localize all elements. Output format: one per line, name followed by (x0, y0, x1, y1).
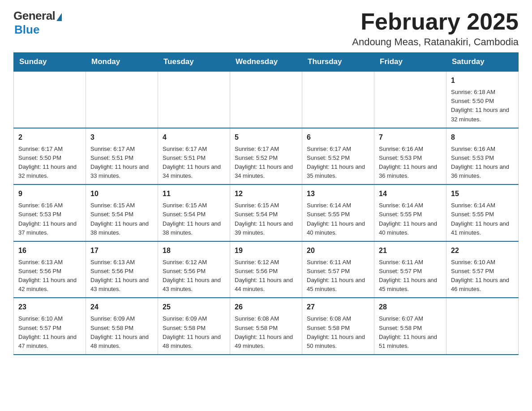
calendar-week-row: 1Sunrise: 6:18 AM Sunset: 5:50 PM Daylig… (14, 71, 519, 128)
day-number: 7 (379, 132, 442, 143)
calendar-cell: 8Sunrise: 6:16 AM Sunset: 5:53 PM Daylig… (446, 128, 519, 185)
calendar-cell: 19Sunrise: 6:12 AM Sunset: 5:56 PM Dayli… (230, 241, 302, 298)
calendar-cell: 5Sunrise: 6:17 AM Sunset: 5:52 PM Daylig… (230, 128, 302, 185)
day-info: Sunrise: 6:14 AM Sunset: 5:55 PM Dayligh… (451, 201, 514, 237)
month-title: February 2025 (352, 9, 519, 34)
day-number: 10 (90, 188, 153, 199)
calendar-cell (374, 71, 446, 128)
calendar-cell: 25Sunrise: 6:09 AM Sunset: 5:58 PM Dayli… (158, 298, 230, 355)
day-number: 8 (451, 132, 514, 143)
logo-triangle-icon (56, 13, 62, 21)
day-number: 22 (451, 245, 514, 256)
day-number: 11 (163, 188, 225, 199)
calendar-cell: 3Sunrise: 6:17 AM Sunset: 5:51 PM Daylig… (86, 128, 158, 185)
day-number: 9 (18, 188, 81, 199)
day-number: 3 (90, 132, 153, 143)
calendar-cell: 10Sunrise: 6:15 AM Sunset: 5:54 PM Dayli… (86, 184, 158, 241)
calendar-cell: 11Sunrise: 6:15 AM Sunset: 5:54 PM Dayli… (158, 184, 230, 241)
calendar-cell: 20Sunrise: 6:11 AM Sunset: 5:57 PM Dayli… (302, 241, 374, 298)
day-info: Sunrise: 6:11 AM Sunset: 5:57 PM Dayligh… (379, 258, 442, 294)
day-info: Sunrise: 6:09 AM Sunset: 5:58 PM Dayligh… (163, 314, 225, 351)
weekday-header-row: SundayMondayTuesdayWednesdayThursdayFrid… (14, 53, 519, 72)
calendar-cell (446, 298, 519, 355)
title-area: February 2025 Andoung Meas, Ratanakiri, … (352, 9, 519, 48)
day-info: Sunrise: 6:13 AM Sunset: 5:56 PM Dayligh… (90, 258, 153, 294)
calendar-cell: 12Sunrise: 6:15 AM Sunset: 5:54 PM Dayli… (230, 184, 302, 241)
calendar-cell: 15Sunrise: 6:14 AM Sunset: 5:55 PM Dayli… (446, 184, 519, 241)
calendar-cell: 22Sunrise: 6:10 AM Sunset: 5:57 PM Dayli… (446, 241, 519, 298)
day-info: Sunrise: 6:07 AM Sunset: 5:58 PM Dayligh… (379, 314, 442, 351)
calendar-cell: 28Sunrise: 6:07 AM Sunset: 5:58 PM Dayli… (374, 298, 446, 355)
weekday-header-sunday: Sunday (14, 53, 86, 72)
day-number: 24 (90, 302, 153, 313)
weekday-header-wednesday: Wednesday (230, 53, 302, 72)
day-info: Sunrise: 6:09 AM Sunset: 5:58 PM Dayligh… (90, 314, 153, 351)
day-number: 25 (163, 302, 225, 313)
weekday-header-saturday: Saturday (446, 53, 519, 72)
day-number: 18 (163, 245, 225, 256)
calendar-cell: 27Sunrise: 6:08 AM Sunset: 5:58 PM Dayli… (302, 298, 374, 355)
day-number: 12 (235, 188, 297, 199)
day-info: Sunrise: 6:16 AM Sunset: 5:53 PM Dayligh… (379, 145, 442, 181)
day-number: 15 (451, 188, 514, 199)
day-info: Sunrise: 6:08 AM Sunset: 5:58 PM Dayligh… (307, 314, 369, 351)
day-info: Sunrise: 6:15 AM Sunset: 5:54 PM Dayligh… (163, 201, 225, 237)
calendar-cell: 16Sunrise: 6:13 AM Sunset: 5:56 PM Dayli… (14, 241, 86, 298)
calendar-cell (230, 71, 302, 128)
day-number: 17 (90, 245, 153, 256)
day-info: Sunrise: 6:17 AM Sunset: 5:51 PM Dayligh… (90, 145, 153, 181)
logo-blue-text: Blue (14, 23, 39, 37)
day-info: Sunrise: 6:17 AM Sunset: 5:50 PM Dayligh… (18, 145, 81, 181)
day-number: 4 (163, 132, 225, 143)
day-number: 23 (18, 302, 81, 313)
weekday-header-thursday: Thursday (302, 53, 374, 72)
day-info: Sunrise: 6:11 AM Sunset: 5:57 PM Dayligh… (307, 258, 369, 294)
calendar-week-row: 16Sunrise: 6:13 AM Sunset: 5:56 PM Dayli… (14, 241, 519, 298)
calendar-cell: 18Sunrise: 6:12 AM Sunset: 5:56 PM Dayli… (158, 241, 230, 298)
day-info: Sunrise: 6:14 AM Sunset: 5:55 PM Dayligh… (307, 201, 369, 237)
calendar-cell: 9Sunrise: 6:16 AM Sunset: 5:53 PM Daylig… (14, 184, 86, 241)
calendar-week-row: 23Sunrise: 6:10 AM Sunset: 5:57 PM Dayli… (14, 298, 519, 355)
calendar-cell: 23Sunrise: 6:10 AM Sunset: 5:57 PM Dayli… (14, 298, 86, 355)
calendar-week-row: 9Sunrise: 6:16 AM Sunset: 5:53 PM Daylig… (14, 184, 519, 241)
calendar-cell: 21Sunrise: 6:11 AM Sunset: 5:57 PM Dayli… (374, 241, 446, 298)
weekday-header-monday: Monday (86, 53, 158, 72)
day-info: Sunrise: 6:17 AM Sunset: 5:52 PM Dayligh… (307, 145, 369, 181)
day-info: Sunrise: 6:17 AM Sunset: 5:52 PM Dayligh… (235, 145, 297, 181)
day-info: Sunrise: 6:12 AM Sunset: 5:56 PM Dayligh… (235, 258, 297, 294)
day-info: Sunrise: 6:12 AM Sunset: 5:56 PM Dayligh… (163, 258, 225, 294)
day-number: 1 (451, 75, 514, 86)
day-number: 28 (379, 302, 442, 313)
location-title: Andoung Meas, Ratanakiri, Cambodia (352, 36, 519, 48)
day-info: Sunrise: 6:13 AM Sunset: 5:56 PM Dayligh… (18, 258, 81, 294)
calendar-cell: 7Sunrise: 6:16 AM Sunset: 5:53 PM Daylig… (374, 128, 446, 185)
day-info: Sunrise: 6:08 AM Sunset: 5:58 PM Dayligh… (235, 314, 297, 351)
calendar-cell (14, 71, 86, 128)
day-number: 13 (307, 188, 369, 199)
day-info: Sunrise: 6:10 AM Sunset: 5:57 PM Dayligh… (18, 314, 81, 351)
day-info: Sunrise: 6:15 AM Sunset: 5:54 PM Dayligh… (90, 201, 153, 237)
calendar-cell: 4Sunrise: 6:17 AM Sunset: 5:51 PM Daylig… (158, 128, 230, 185)
day-number: 20 (307, 245, 369, 256)
calendar-cell (86, 71, 158, 128)
day-number: 21 (379, 245, 442, 256)
day-info: Sunrise: 6:15 AM Sunset: 5:54 PM Dayligh… (235, 201, 297, 237)
calendar-cell: 17Sunrise: 6:13 AM Sunset: 5:56 PM Dayli… (86, 241, 158, 298)
weekday-header-tuesday: Tuesday (158, 53, 230, 72)
logo: General Blue (13, 9, 62, 37)
day-number: 5 (235, 132, 297, 143)
calendar-cell: 6Sunrise: 6:17 AM Sunset: 5:52 PM Daylig… (302, 128, 374, 185)
day-number: 26 (235, 302, 297, 313)
day-info: Sunrise: 6:18 AM Sunset: 5:50 PM Dayligh… (451, 88, 514, 124)
day-number: 19 (235, 245, 297, 256)
day-number: 2 (18, 132, 81, 143)
day-number: 14 (379, 188, 442, 199)
calendar-cell (158, 71, 230, 128)
day-info: Sunrise: 6:14 AM Sunset: 5:55 PM Dayligh… (379, 201, 442, 237)
calendar-table: SundayMondayTuesdayWednesdayThursdayFrid… (13, 52, 519, 355)
calendar-cell: 26Sunrise: 6:08 AM Sunset: 5:58 PM Dayli… (230, 298, 302, 355)
calendar-week-row: 2Sunrise: 6:17 AM Sunset: 5:50 PM Daylig… (14, 128, 519, 185)
day-number: 27 (307, 302, 369, 313)
logo-general-text: General (13, 9, 55, 23)
day-info: Sunrise: 6:10 AM Sunset: 5:57 PM Dayligh… (451, 258, 514, 294)
